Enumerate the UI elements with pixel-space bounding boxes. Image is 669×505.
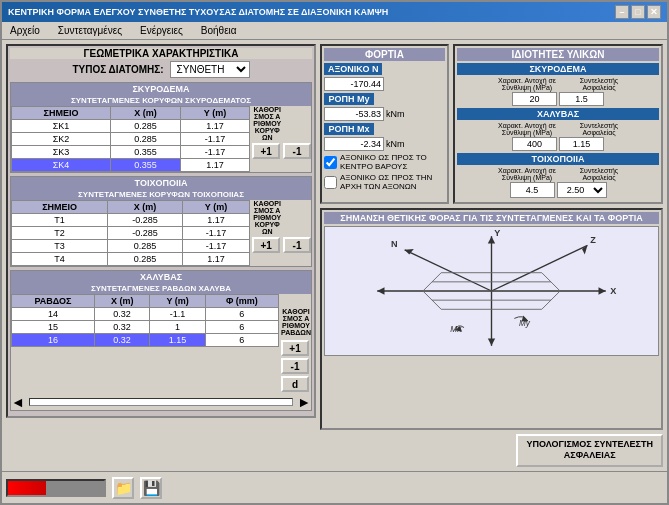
- toixopoiia-minus-button[interactable]: -1: [283, 237, 311, 253]
- toixopoiia-section: ΤΟΙΧΟΠΟΙΙΑ ΣΥΝΤΕΤΑΓΜΕΝΕΣ ΚΟΡΥΦΩΝ ΤΟΙΧΟΠΟ…: [10, 176, 312, 267]
- t3-point: T3: [12, 240, 108, 253]
- xalyvas-table-wrapper: ΡΑΒΔΟΣ X (m) Y (m) Φ (mm) 14 0.32: [11, 294, 311, 392]
- xalyvas-btn-group: ΚΑΘΟΡΙΣΜΟΣ ΑΡΙΘΜΟΥ ΡΑΒΔΩΝ +1 -1 d: [281, 294, 311, 392]
- window-controls: – □ ✕: [615, 5, 661, 19]
- main-window: ΚΕΝΤΡΙΚΗ ΦΟΡΜΑ ΕΛΕΓΧΟΥ ΣΥΝΘΕΤΗΣ ΤΥΧΟΥΣΑΣ…: [0, 0, 669, 505]
- xalyvas-minus-button[interactable]: -1: [281, 358, 309, 374]
- main-content: ΓΕΩΜΕΤΡΙΚΑ ΧΑΡΑΚΤΗΡΙΣΤΙΚΑ ΤΥΠΟΣ ΔΙΑΤΟΜΗΣ…: [2, 40, 667, 471]
- mat-skyrodema-val1[interactable]: [512, 92, 557, 106]
- bar15-x: 0.32: [94, 321, 150, 334]
- scroll-bar[interactable]: [29, 398, 293, 406]
- toixopoiia-plus-button[interactable]: +1: [252, 237, 280, 253]
- mat-sk-col1: Χαρακτ. Αντοχή σε Σύνθλιψη (MPa): [487, 77, 567, 91]
- skyrodema-table: ΣΗΜΕΙΟ X (m) Y (m) ΣΚ1 0.285 1.17: [11, 106, 250, 172]
- svg-text:X: X: [610, 286, 616, 296]
- ropi-my-input[interactable]: [324, 107, 384, 121]
- table-row: ΣΚ2 0.285 -1.17: [12, 133, 250, 146]
- window-title: ΚΕΝΤΡΙΚΗ ΦΟΡΜΑ ΕΛΕΓΧΟΥ ΣΥΝΘΕΤΗΣ ΤΥΧΟΥΣΑΣ…: [8, 7, 388, 17]
- check1-checkbox[interactable]: [324, 156, 337, 169]
- xalyvas-title: ΧΑΛΥΒΑΣ: [11, 271, 311, 283]
- xalyvas-btn-label: ΚΑΘΟΡΙΣΜΟΣ ΑΡΙΘΜΟΥ ΡΑΒΔΩΝ: [281, 308, 311, 336]
- mat-skyrodema-headers: Χαρακτ. Αντοχή σε Σύνθλιψη (MPa) Συντελε…: [457, 77, 659, 91]
- t4-y: 1.17: [182, 253, 249, 266]
- skyrodema-plus-button[interactable]: +1: [252, 143, 280, 159]
- toixopoiia-btn-label: ΚΑΘΟΡΙΣΜΟΣ ΑΡΙΘΜΟΥ ΚΟΡΥΦΩΝ: [252, 200, 282, 235]
- menu-help[interactable]: Βοήθεια: [197, 24, 241, 37]
- bar15: 15: [12, 321, 95, 334]
- bar16: 16: [12, 334, 95, 347]
- geo-title: ΓΕΩΜΕΤΡΙΚΑ ΧΑΡΑΚΤΗΡΙΣΤΙΚΑ: [10, 48, 312, 59]
- sk2-x: 0.285: [111, 133, 181, 146]
- scroll-area: ◄ ►: [11, 394, 311, 410]
- scroll-right-icon[interactable]: ►: [297, 394, 311, 410]
- mat-toixopoiia-val2-select[interactable]: 2.50: [557, 182, 607, 198]
- close-button[interactable]: ✕: [647, 5, 661, 19]
- skyrodema-btn-group: ΚΑΘΟΡΙΣΜΟΣ ΑΡΙΘΜΟΥ ΚΟΡΥΦΩΝ +1 -1: [252, 106, 311, 159]
- svg-text:Z: Z: [590, 235, 596, 245]
- mat-x-col2: Συντελεστής Ασφαλείας: [569, 122, 629, 136]
- mat-sk-col2: Συντελεστής Ασφαλείας: [569, 77, 629, 91]
- menu-coords[interactable]: Συντεταγμένες: [54, 24, 126, 37]
- skyrodema-btn-label: ΚΑΘΟΡΙΣΜΟΣ ΑΡΙΘΜΟΥ ΚΟΡΥΦΩΝ: [252, 106, 282, 141]
- check2-label: ΑΞΟΝΙΚΟ ΩΣ ΠΡΟΣ ΤΗΝ ΑΡΧΗ ΤΩΝ ΑΞΟΝΩΝ: [340, 173, 445, 191]
- skyrodema-table-wrapper: ΣΗΜΕΙΟ X (m) Y (m) ΣΚ1 0.285 1.17: [11, 106, 311, 172]
- table-row: T3 0.285 -1.17: [12, 240, 250, 253]
- check1-label: ΑΞΟΝΙΚΟ ΩΣ ΠΡΟΣ ΤΟ ΚΕΝΤΡΟ ΒΑΡΟΥΣ: [340, 153, 445, 171]
- minimize-button[interactable]: –: [615, 5, 629, 19]
- sk4-y: 1.17: [180, 159, 249, 172]
- ropi-mx-input[interactable]: [324, 137, 384, 151]
- xalyvas-d-button[interactable]: d: [281, 376, 309, 392]
- x-col-y: Y (m): [150, 295, 205, 308]
- x-col-phi: Φ (mm): [205, 295, 278, 308]
- right-panel: ΦΟΡΤΙΑ ΑΞΟΝΙΚΟ Ν ΡΟΠΗ My kNm: [320, 44, 663, 467]
- ropi-mx-label: ΡΟΠΗ Μx: [324, 123, 374, 135]
- mat-t-col2: Συντελεστής Ασφαλείας: [569, 167, 629, 181]
- skyrodema-sub-title: ΣΥΝΤΕΤΑΓΜΕΝΕΣ ΚΟΡΥΦΩΝ ΣΚΥΡΟΔΕΜΑΤΟΣ: [11, 95, 311, 106]
- axoniko-n-input[interactable]: [324, 77, 384, 91]
- t3-y: -1.17: [182, 240, 249, 253]
- materials-box: ΙΔΙΟΤΗΤΕΣ ΥΛΙΚΩΝ ΣΚΥΡΟΔΕΜΑ Χαρακτ. Αντοχ…: [453, 44, 663, 204]
- calculate-button[interactable]: ΥΠΟΛΟΓΙΣΜΟΣ ΣΥΝΤΕΛΕΣΤΗ ΑΣΦΑΛΕΙΑΣ: [516, 434, 663, 467]
- skyrodema-title: ΣΚΥΡΟΔΕΜΑ: [11, 83, 311, 95]
- save-button[interactable]: 💾: [140, 477, 162, 499]
- ropi-mx-input-row: kNm: [324, 137, 445, 151]
- xalyvas-sub-title: ΣΥΝΤΕΤΑΓΜΕΝΕΣ ΡΑΒΔΩΝ ΧΑΛΥΒΑ: [11, 283, 311, 294]
- scroll-left-icon[interactable]: ◄: [11, 394, 25, 410]
- skyrodema-minus-button[interactable]: -1: [283, 143, 311, 159]
- table-row: T4 0.285 1.17: [12, 253, 250, 266]
- mat-xalyvas-val2[interactable]: [559, 137, 604, 151]
- menu-file[interactable]: Αρχείο: [6, 24, 44, 37]
- diagram-area: X Y Z N My Mx: [324, 226, 659, 356]
- axoniko-n-input-row: [324, 77, 445, 91]
- table-row: ΣΚ1 0.285 1.17: [12, 120, 250, 133]
- t1-y: 1.17: [182, 214, 249, 227]
- mat-skyrodema-values: [457, 92, 659, 106]
- t-col-point: ΣΗΜΕΙΟ: [12, 201, 108, 214]
- xalyvas-plus-button[interactable]: +1: [281, 340, 309, 356]
- sk4-x: 0.355: [111, 159, 181, 172]
- mat-xalyvas-val1[interactable]: [512, 137, 557, 151]
- sk1-y: 1.17: [180, 120, 249, 133]
- mat-toixopoiia-val1[interactable]: [510, 182, 555, 198]
- mat-skyrodema-val2[interactable]: [559, 92, 604, 106]
- type-select[interactable]: ΣΥΝΘΕΤΗ: [170, 61, 250, 78]
- t1-x: -0.285: [108, 214, 183, 227]
- x-col-bar: ΡΑΒΔΟΣ: [12, 295, 95, 308]
- mat-toixopoiia-title: ΤΟΙΧΟΠΟΙΙΑ: [457, 153, 659, 165]
- mat-x-col1: Χαρακτ. Αντοχή σε Σύνθλιψη (MPa): [487, 122, 567, 136]
- mat-xalyvas-values: [457, 137, 659, 151]
- toixopoiia-title: ΤΟΙΧΟΠΟΙΙΑ: [11, 177, 311, 189]
- mat-toixopoiia-headers: Χαρακτ. Αντοχή σε Σύνθλιψη (MPa) Συντελε…: [457, 167, 659, 181]
- t1-point: T1: [12, 214, 108, 227]
- t4-x: 0.285: [108, 253, 183, 266]
- calc-btn-line1: ΥΠΟΛΟΓΙΣΜΟΣ ΣΥΝΤΕΛΕΣΤΗ: [526, 439, 653, 449]
- maximize-button[interactable]: □: [631, 5, 645, 19]
- toixopoiia-table: ΣΗΜΕΙΟ X (m) Y (m) T1 -0.285 1.17: [11, 200, 250, 266]
- check2-checkbox[interactable]: [324, 176, 337, 189]
- svg-text:N: N: [391, 239, 398, 249]
- table-row: 16 0.32 1.15 6: [12, 334, 279, 347]
- mat-skyrodema-title: ΣΚΥΡΟΔΕΜΑ: [457, 63, 659, 75]
- menu-actions[interactable]: Ενέργειες: [136, 24, 187, 37]
- mat-xalyvas-title: ΧΑΛΥΒΑΣ: [457, 108, 659, 120]
- folder-button[interactable]: 📁: [112, 477, 134, 499]
